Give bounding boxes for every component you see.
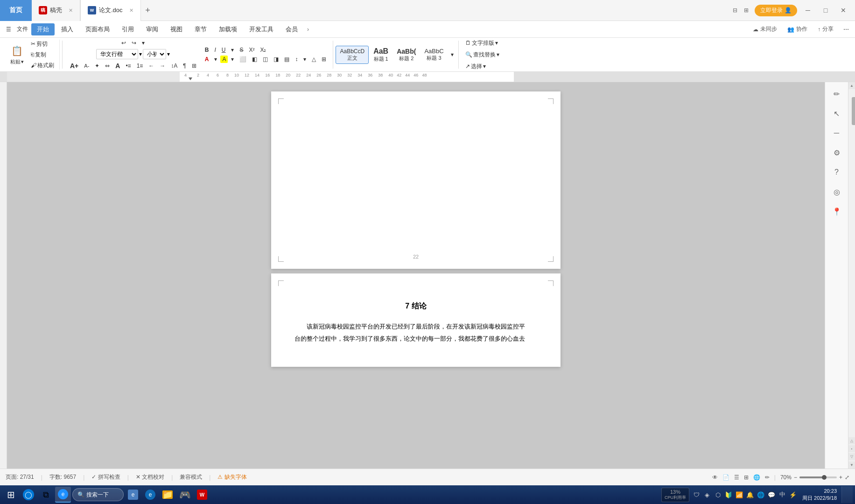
add-tab-button[interactable]: + bbox=[141, 3, 155, 17]
start-button[interactable]: ⊞ bbox=[2, 486, 19, 503]
italic-button[interactable]: I bbox=[212, 46, 218, 54]
copy-button[interactable]: ⎗ 复制 bbox=[28, 50, 56, 60]
taskbar-task-view-icon[interactable]: ⧉ bbox=[38, 487, 54, 503]
tab-devtools[interactable]: 开发工具 bbox=[244, 23, 279, 35]
section-7-body[interactable]: 该新冠病毒校园监控平台的开发已经到了最后阶段，在开发该新冠病毒校园监控平 台的整… bbox=[294, 321, 537, 345]
tray-app1-icon[interactable]: ◈ bbox=[702, 490, 712, 499]
highlight-dropdown[interactable]: ▾ bbox=[229, 55, 236, 63]
tab-home[interactable]: 首页 bbox=[0, 0, 32, 21]
redo-button[interactable]: ↪ bbox=[129, 39, 139, 47]
close-button[interactable]: ✕ bbox=[836, 3, 850, 17]
highlight-button[interactable]: A bbox=[220, 56, 228, 63]
more-options-button[interactable]: ⋯ bbox=[841, 25, 851, 34]
zoom-slider-thumb[interactable] bbox=[822, 475, 827, 480]
minimize-button[interactable]: ─ bbox=[801, 3, 815, 17]
taskbar-browser2-icon[interactable]: e bbox=[125, 487, 141, 503]
scroll-arrow-up[interactable]: △ bbox=[848, 437, 855, 444]
bullet-list-button[interactable]: •≡ bbox=[123, 62, 133, 70]
tray-input-icon[interactable]: 中 bbox=[778, 490, 787, 499]
indent-button[interactable]: → bbox=[157, 62, 168, 70]
superscript-button[interactable]: X² bbox=[246, 46, 257, 54]
text-sort-button[interactable]: 🗒 文字排版 ▾ bbox=[463, 38, 502, 48]
style-normal[interactable]: AaBbCcD 正文 bbox=[336, 46, 369, 64]
right-panel-pen-icon[interactable]: ✏ bbox=[830, 87, 844, 101]
tray-wifi-icon[interactable]: 📶 bbox=[735, 490, 744, 499]
scroll-down-button[interactable]: ▼ bbox=[848, 462, 855, 469]
find-replace-button[interactable]: 🔍 查找替换 ▾ bbox=[463, 50, 502, 60]
ruler-white[interactable]: 4 2 4 6 8 10 12 14 16 18 20 22 24 26 28 … bbox=[180, 72, 514, 82]
right-panel-ai-icon[interactable]: ◎ bbox=[830, 185, 844, 199]
align-left-button[interactable]: ◧ bbox=[250, 55, 259, 63]
menu-icon[interactable]: ☰ bbox=[4, 25, 14, 34]
align-right-button[interactable]: ◨ bbox=[271, 55, 281, 63]
scroll-up-button[interactable]: ▲ bbox=[848, 82, 855, 89]
tray-app2-icon[interactable]: ⬡ bbox=[713, 490, 722, 499]
missing-font[interactable]: ⚠ 缺失字体 bbox=[217, 473, 246, 481]
document-area[interactable]: 22 7 结论 该新冠病毒校园监控平台的开发已经到了最后阶段，在开发该新冠病毒校… bbox=[7, 82, 825, 469]
char-border-button[interactable]: ⬜ bbox=[237, 55, 249, 63]
tray-defender-icon[interactable]: 🔰 bbox=[724, 490, 733, 499]
font-name-select[interactable]: 华文行楷 bbox=[96, 49, 138, 59]
tray-wechat-icon[interactable]: 💬 bbox=[767, 490, 776, 499]
text-effect-button[interactable]: A bbox=[113, 61, 122, 70]
font-color-button[interactable]: A bbox=[203, 55, 211, 63]
styles-dropdown-button[interactable]: ▾ bbox=[449, 50, 456, 59]
maximize-button[interactable]: □ bbox=[819, 3, 833, 17]
tray-network-icon[interactable]: 🌐 bbox=[756, 490, 765, 499]
tab-review[interactable]: 审阅 bbox=[140, 23, 164, 35]
align-center-button[interactable]: ◫ bbox=[260, 55, 270, 63]
underline-button[interactable]: U bbox=[219, 46, 228, 54]
line-spacing-button[interactable]: ↕ bbox=[293, 55, 300, 63]
scroll-thumb[interactable] bbox=[852, 97, 855, 125]
spell-check[interactable]: ✓ 拼写检查 bbox=[91, 473, 120, 481]
wps-tab-close-icon[interactable]: ✕ bbox=[69, 7, 73, 14]
right-panel-cursor-icon[interactable]: ↖ bbox=[830, 106, 844, 120]
align-justify-button[interactable]: ▤ bbox=[282, 55, 292, 63]
zoom-plus-button[interactable]: + bbox=[839, 474, 842, 481]
file-menu[interactable]: 文件 bbox=[14, 24, 30, 34]
taskbar-steam-icon[interactable]: 🎮 bbox=[177, 487, 193, 503]
tab-insert[interactable]: 插入 bbox=[56, 23, 79, 35]
underline-dropdown-icon[interactable]: ▾ bbox=[229, 46, 236, 54]
right-panel-help-icon[interactable]: ? bbox=[830, 165, 844, 179]
sort-button[interactable]: ↕A bbox=[168, 62, 180, 70]
strikethrough-button[interactable]: S bbox=[237, 46, 245, 54]
shapes-button[interactable]: △ bbox=[309, 55, 318, 63]
undo-button[interactable]: ↩ bbox=[119, 39, 128, 47]
tab-doc[interactable]: W 论文.doc ✕ bbox=[80, 0, 141, 21]
taskbar-wps-icon[interactable]: W bbox=[194, 487, 210, 503]
taskbar-folder-icon[interactable]: 📁 bbox=[160, 487, 175, 503]
taskbar-browser-icon[interactable]: e bbox=[55, 487, 71, 503]
time-display[interactable]: 20:23 周日 2022/9/18 bbox=[800, 488, 839, 502]
numbered-list-button[interactable]: 1≡ bbox=[134, 62, 146, 70]
tab-references[interactable]: 引用 bbox=[116, 23, 140, 35]
tray-bluetooth-icon[interactable]: ⚡ bbox=[788, 490, 798, 499]
increase-font-button[interactable]: A+ bbox=[68, 61, 81, 70]
taskbar-cortana-icon[interactable]: ◯ bbox=[21, 487, 36, 503]
show-para-button[interactable]: ¶ bbox=[181, 62, 188, 70]
subscript-button[interactable]: X₂ bbox=[258, 46, 268, 54]
tab-page-layout[interactable]: 页面布局 bbox=[80, 23, 115, 35]
font-size-select[interactable]: 小初 bbox=[143, 49, 166, 59]
line-spacing-dropdown[interactable]: ▾ bbox=[301, 55, 308, 63]
no-sync-button[interactable]: ☁ 未同步 bbox=[750, 24, 780, 34]
cut-button[interactable]: ✂ 剪切 bbox=[28, 39, 56, 49]
style-h3[interactable]: AaBbC 标题 3 bbox=[420, 46, 447, 63]
paste-button[interactable]: 📋 粘贴 ▾ bbox=[7, 42, 28, 67]
outdent-button[interactable]: ← bbox=[146, 62, 156, 70]
decrease-font-button[interactable]: A- bbox=[82, 62, 91, 70]
tab-member[interactable]: 会员 bbox=[280, 23, 303, 35]
border-button[interactable]: ⊞ bbox=[189, 62, 199, 70]
clear-format-button[interactable]: ✦ bbox=[92, 62, 102, 70]
tab-start[interactable]: 开始 bbox=[31, 23, 55, 35]
collab-button[interactable]: 👥 协作 bbox=[785, 24, 810, 34]
tab-addins[interactable]: 加载项 bbox=[213, 23, 243, 35]
doc-align[interactable]: ✕ 文档校对 bbox=[136, 473, 164, 481]
table-button[interactable]: ⊞ bbox=[319, 55, 329, 63]
select-button[interactable]: ↗ 选择 ▾ bbox=[463, 62, 502, 71]
fullscreen-button[interactable]: ⤢ bbox=[845, 474, 849, 481]
undo-dropdown-button[interactable]: ▾ bbox=[140, 39, 147, 47]
bold-button[interactable]: B bbox=[203, 46, 211, 54]
right-panel-location-icon[interactable]: 📍 bbox=[830, 204, 844, 218]
tray-volume-icon[interactable]: 🔔 bbox=[745, 490, 755, 499]
